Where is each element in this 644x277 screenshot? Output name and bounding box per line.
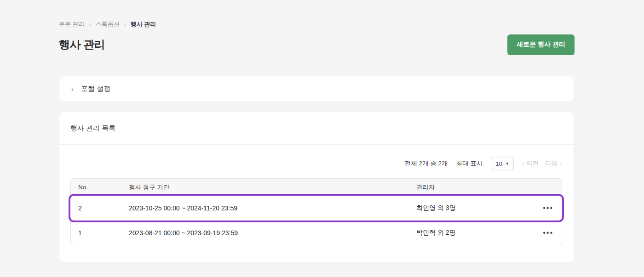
- portal-settings-panel[interactable]: › 포털 설정: [59, 76, 575, 102]
- column-header-no: No.: [71, 184, 121, 191]
- row-no: 1: [71, 229, 121, 237]
- exercise-list-card-header: 행사 관리 목록: [59, 112, 574, 145]
- column-header-period: 행사 청구 기간: [121, 183, 409, 192]
- exercise-table: No. 행사 청구 기간 권리자 2 2023-10-25 00:00 ~ 20…: [70, 178, 562, 245]
- row-actions: •••: [534, 203, 562, 214]
- angle-right-icon: ›: [560, 160, 562, 167]
- exercise-list-card: 행사 관리 목록 전체 2개 중 2개 최대 표시 10 ▼ ‹ 이전 다음: [59, 112, 575, 262]
- breadcrumb-item-shareholders[interactable]: 주주 관리: [59, 20, 85, 28]
- column-header-holder: 권리자: [409, 183, 534, 192]
- breadcrumb: 주주 관리 › 스톡옵션 › 행사 관리: [59, 20, 575, 28]
- pager: ‹ 이전 다음 ›: [522, 159, 562, 168]
- new-exercise-button[interactable]: 새로운 행사 관리: [507, 34, 575, 55]
- row-no: 2: [71, 204, 121, 212]
- row-rights-holder: 박민혁 외 2명: [409, 229, 534, 237]
- row-rights-holder: 최인영 외 3명: [409, 204, 534, 212]
- row-menu-ellipsis-icon[interactable]: •••: [542, 227, 554, 238]
- exercise-table-header: No. 행사 청구 기간 권리자: [70, 178, 562, 196]
- angle-left-icon: ‹: [522, 160, 524, 167]
- caret-down-icon: ▼: [506, 162, 509, 166]
- page-size-value: 10: [495, 160, 502, 167]
- next-page-button[interactable]: 다음 ›: [545, 159, 562, 168]
- page-size-select[interactable]: 10 ▼: [491, 157, 513, 170]
- chevron-right-icon: ›: [124, 21, 126, 28]
- pagination-summary: 전체 2개 중 2개: [405, 159, 448, 168]
- exercise-list-card-body: 전체 2개 중 2개 최대 표시 10 ▼ ‹ 이전 다음 ›: [59, 157, 574, 262]
- row-exercise-period: 2023-08-21 00:00 ~ 2023-09-19 23:59: [121, 229, 409, 237]
- table-row-1[interactable]: 1 2023-08-21 00:00 ~ 2023-09-19 23:59 박민…: [70, 220, 562, 245]
- prev-page-label: 이전: [526, 159, 539, 168]
- chevron-right-icon: ›: [71, 85, 74, 92]
- page-container: 주주 관리 › 스톡옵션 › 행사 관리 행사 관리 새로운 행사 관리 › 포…: [59, 0, 575, 262]
- pagination-bar: 전체 2개 중 2개 최대 표시 10 ▼ ‹ 이전 다음 ›: [70, 157, 562, 170]
- portal-settings-label: 포털 설정: [81, 85, 110, 93]
- next-page-label: 다음: [545, 159, 558, 168]
- page-title: 행사 관리: [59, 37, 105, 52]
- row-menu-ellipsis-icon[interactable]: •••: [542, 203, 554, 214]
- table-row-2-highlighted[interactable]: 2 2023-10-25 00:00 ~ 2024-11-20 23:59 최인…: [70, 196, 562, 220]
- row-actions: •••: [534, 227, 562, 238]
- breadcrumb-item-stock-options[interactable]: 스톡옵션: [96, 20, 120, 28]
- exercise-list-title: 행사 관리 목록: [70, 124, 115, 133]
- page-size-label: 최대 표시: [456, 159, 483, 168]
- row-exercise-period: 2023-10-25 00:00 ~ 2024-11-20 23:59: [121, 204, 409, 212]
- chevron-right-icon: ›: [89, 21, 91, 28]
- title-row: 행사 관리 새로운 행사 관리: [59, 34, 575, 55]
- breadcrumb-item-exercise-management: 행사 관리: [131, 20, 156, 28]
- prev-page-button[interactable]: ‹ 이전: [522, 159, 539, 168]
